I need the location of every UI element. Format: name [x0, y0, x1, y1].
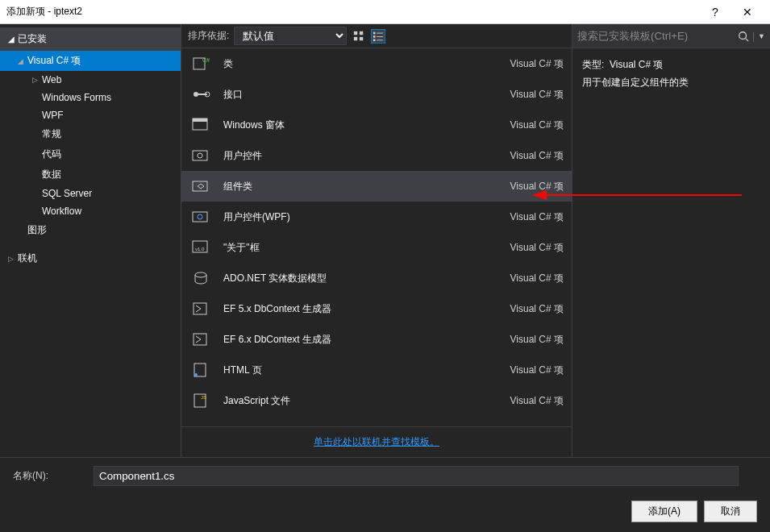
view-list-button[interactable] [371, 29, 385, 44]
filename-input[interactable] [94, 466, 739, 486]
svg-rect-3 [360, 36, 363, 39]
template-lang: Visual C# 项 [510, 272, 564, 285]
usercontrol-icon [189, 147, 212, 164]
details-pane: | ▼ 类型: Visual C# 项 用于创建自定义组件的类 [572, 24, 770, 457]
help-button[interactable]: ? [699, 6, 731, 19]
template-row[interactable]: v1.0"关于"框Visual C# 项 [181, 232, 572, 263]
tree-label: 数据 [42, 168, 61, 181]
category-tree: ◢ 已安装 ◢ Visual C# 项 ▷Web Windows Forms W… [0, 24, 181, 457]
close-button[interactable]: ✕ [731, 6, 764, 19]
template-name: 用户控件 [223, 149, 499, 163]
template-lang: Visual C# 项 [510, 180, 564, 193]
titlebar: 添加新项 - iptext2 ? ✕ [0, 0, 770, 24]
add-button[interactable]: 添加(A) [631, 501, 697, 522]
tree-item-online[interactable]: ▷联机 [0, 248, 181, 268]
template-row[interactable]: EF 6.x DbContext 生成器Visual C# 项 [181, 324, 572, 355]
template-lang: Visual C# 项 [510, 241, 564, 255]
search-box[interactable]: | ▼ [572, 24, 770, 48]
svg-rect-5 [377, 32, 384, 33]
svg-rect-8 [373, 39, 376, 41]
usercontrol-wpf-icon [189, 208, 212, 226]
tree-root-installed[interactable]: ◢ 已安装 [0, 27, 181, 51]
tree-item[interactable]: SQL Server [0, 185, 181, 202]
ef-icon [189, 300, 212, 318]
svg-line-33 [746, 38, 749, 41]
svg-rect-7 [377, 36, 384, 37]
tree-item[interactable]: ▷Web [0, 71, 181, 89]
ef-icon [189, 330, 212, 348]
component-icon [189, 177, 212, 195]
template-row[interactable]: C#类Visual C# 项 [181, 48, 572, 79]
search-input[interactable] [577, 30, 738, 42]
class-icon: C# [189, 55, 212, 73]
form-icon [189, 116, 212, 134]
svg-rect-4 [373, 31, 376, 34]
about-icon: v1.0 [189, 239, 212, 256]
template-row[interactable]: HTML 页Visual C# 项 [181, 355, 572, 385]
tree-label: Visual C# 项 [27, 54, 81, 68]
tree-item[interactable]: 代码 [0, 144, 181, 164]
sort-dropdown[interactable]: 默认值 [234, 27, 347, 45]
tree-item[interactable]: 数据 [0, 164, 181, 185]
svg-marker-20 [198, 184, 204, 189]
tree-label: Web [42, 74, 61, 85]
tree-label: SQL Server [42, 188, 92, 199]
tree-label: Workflow [42, 206, 81, 217]
template-description: 用于创建自定义组件的类 [582, 74, 760, 92]
tree-item[interactable]: Windows Forms [0, 89, 181, 106]
template-lang: Visual C# 项 [510, 149, 564, 163]
template-name: Windows 窗体 [223, 118, 499, 132]
tree-label: 代码 [42, 148, 61, 161]
template-list[interactable]: C#类Visual C# 项接口Visual C# 项Windows 窗体Vis… [181, 48, 572, 426]
svg-text:C#: C# [202, 57, 210, 63]
template-name: HTML 页 [223, 364, 499, 377]
online-search-link[interactable]: 单击此处以联机并查找模板。 [314, 436, 439, 447]
svg-rect-0 [354, 31, 357, 34]
template-name: 组件类 [223, 180, 499, 193]
chevron-down-icon: ◢ [8, 35, 15, 44]
view-grid-button[interactable] [352, 29, 366, 44]
template-row[interactable]: 接口Visual C# 项 [181, 79, 572, 110]
cancel-button[interactable]: 取消 [704, 501, 757, 522]
tree-item[interactable]: WPF [0, 106, 181, 124]
template-row[interactable]: EF 5.x DbContext 生成器Visual C# 项 [181, 293, 572, 324]
template-row[interactable]: 组件类Visual C# 项 [181, 171, 572, 202]
interface-icon [189, 85, 212, 103]
tree-label: 常规 [42, 127, 61, 141]
template-row[interactable]: ADO.NET 实体数据模型Visual C# 项 [181, 263, 572, 293]
svg-rect-27 [194, 334, 206, 345]
filename-label: 名称(N): [13, 469, 85, 483]
tree-item[interactable]: 图形 [0, 220, 181, 240]
template-name: EF 5.x DbContext 生成器 [223, 302, 499, 316]
template-row[interactable]: 用户控件Visual C# 项 [181, 140, 572, 171]
svg-rect-16 [193, 118, 207, 122]
svg-point-18 [198, 153, 202, 158]
html-icon [189, 361, 212, 379]
chevron-right-icon: ▷ [8, 255, 18, 263]
template-row[interactable]: Windows 窗体Visual C# 项 [181, 110, 572, 140]
template-lang: Visual C# 项 [510, 118, 564, 132]
template-row[interactable]: JSJavaScript 文件Visual C# 项 [181, 385, 572, 416]
search-icon [738, 31, 749, 42]
tree-item[interactable]: Workflow [0, 202, 181, 220]
template-name: 接口 [223, 88, 499, 102]
svg-point-32 [739, 31, 747, 39]
template-name: ADO.NET 实体数据模型 [223, 272, 499, 285]
template-lang: Visual C# 项 [510, 88, 564, 102]
chevron-down-icon: ◢ [18, 57, 27, 65]
tree-label: 已安装 [18, 32, 47, 46]
sort-label: 排序依据: [188, 29, 229, 43]
template-lang: Visual C# 项 [510, 57, 564, 71]
tree-item-csharp[interactable]: ◢ Visual C# 项 [0, 51, 181, 71]
template-lang: Visual C# 项 [510, 333, 564, 347]
svg-rect-19 [193, 181, 207, 191]
js-icon: JS [189, 392, 212, 409]
template-lang: Visual C# 项 [510, 302, 564, 316]
svg-point-29 [194, 373, 198, 376]
dropdown-icon[interactable]: ▼ [758, 32, 765, 40]
chevron-right-icon: ▷ [32, 76, 42, 84]
template-lang: Visual C# 项 [510, 210, 564, 224]
ado-icon [189, 269, 212, 287]
template-row[interactable]: 用户控件(WPF)Visual C# 项 [181, 202, 572, 232]
tree-item[interactable]: 常规 [0, 124, 181, 144]
